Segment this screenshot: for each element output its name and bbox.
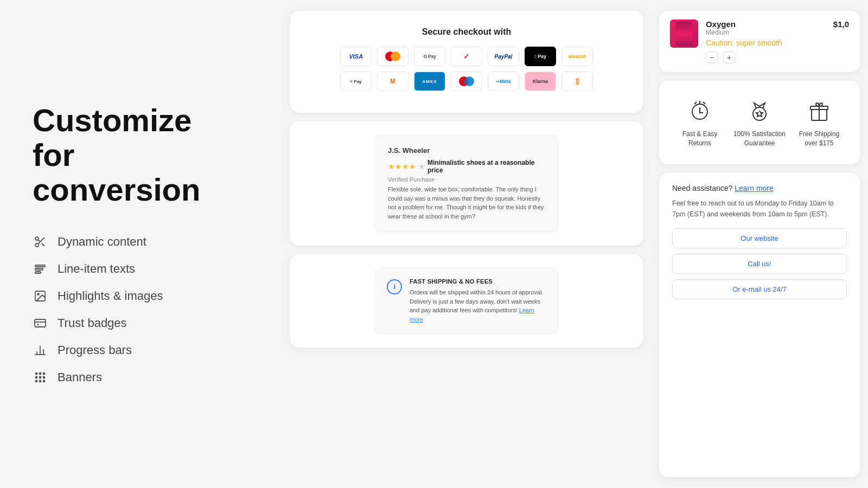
svg-rect-10	[35, 319, 46, 327]
svg-line-4	[38, 240, 40, 242]
trust-badge-satisfaction: 100% SatisfactionGuarantee	[730, 97, 789, 148]
amazon-icon-box: amazon	[561, 47, 593, 66]
wv-logo: ✓	[463, 52, 470, 61]
visa-logo: VISA	[349, 53, 363, 60]
product-variant: Medium	[706, 29, 826, 36]
support-learn-more-link[interactable]: Learn more	[735, 184, 774, 192]
payment-title: Secure checkout with	[422, 27, 512, 37]
support-card: Need assistance? Learn more Feel free to…	[659, 173, 860, 477]
feature-item-highlights: Highlights & images	[33, 288, 250, 304]
banner-icon: ℹ	[387, 279, 402, 294]
support-body: Feel free to reach out to us Monday to F…	[672, 198, 847, 220]
product-name: Oxygen	[706, 20, 826, 29]
svg-point-1	[35, 243, 39, 247]
svg-point-19	[43, 373, 45, 374]
svg-point-0	[35, 237, 39, 240]
text-lines-icon	[33, 261, 48, 277]
bar-chart-icon	[33, 343, 48, 358]
meta-logo: ∞Meta	[496, 79, 511, 84]
payment-row-2: ≡ Pay M AMEX ∞Meta Klarna ₿	[340, 72, 593, 91]
maestro-logo	[459, 76, 474, 86]
btc-logo: ₿	[576, 77, 579, 86]
timer-icon	[686, 97, 713, 124]
samsungpay-icon-box: ≡ Pay	[340, 72, 372, 91]
right-panel: Oxygen Medium Caution: super smooth − + …	[651, 0, 868, 488]
feature-item-dynamic: Dynamic content	[33, 234, 250, 249]
product-thumbnail	[670, 20, 698, 48]
payment-row-1: VISA G Pay ✓ PayPal  Pay amazon	[340, 47, 593, 66]
feature-item-trust: Trust badges	[33, 316, 250, 331]
svg-line-27	[694, 102, 697, 104]
feature-list: Dynamic content Line-item texts Highli	[33, 234, 250, 385]
review-inner: J.S. Wheeler ★★★★★ Minimalistic shoes at…	[374, 135, 559, 232]
middle-panel: Secure checkout with VISA G Pay ✓ PayPal…	[282, 0, 651, 488]
svg-point-17	[36, 373, 37, 374]
call-us-button[interactable]: Call us!	[672, 254, 847, 274]
product-info: Oxygen Medium Caution: super smooth − +	[706, 20, 826, 63]
klarna-logo: Klarna	[525, 72, 556, 91]
feature-label-banners: Banners	[58, 370, 102, 384]
product-card: Oxygen Medium Caution: super smooth − + …	[659, 11, 860, 72]
svg-point-18	[40, 373, 41, 374]
monero-icon-box: M	[377, 72, 409, 91]
qty-minus-button[interactable]: −	[706, 52, 718, 63]
review-verified: Verified Purchase	[388, 176, 545, 183]
amex-icon-box: AMEX	[414, 72, 445, 91]
svg-point-30	[753, 107, 766, 120]
trust-badges-card: Fast & EasyReturns 100% SatisfactionGuar…	[659, 81, 860, 164]
svg-line-3	[41, 243, 44, 246]
support-title: Need assistance? Learn more	[672, 184, 847, 192]
wv-icon-box: ✓	[451, 47, 482, 66]
mc-logo	[385, 52, 400, 61]
svg-point-20	[36, 376, 37, 378]
gpay-icon-box: G Pay	[414, 47, 445, 66]
payment-card: Secure checkout with VISA G Pay ✓ PayPal…	[290, 11, 643, 113]
badge-label-shipping: Free Shippingover $175	[799, 130, 840, 148]
mastercard-icon-box	[377, 47, 409, 66]
meta-icon-box: ∞Meta	[488, 72, 519, 91]
banner-inner: ℹ FAST SHIPPING & NO FEES Orders will be…	[374, 268, 559, 334]
feature-item-banners: Banners	[33, 370, 250, 385]
banner-body: Orders will be shipped within 24 hours o…	[410, 288, 546, 324]
product-highlight: Caution: super smooth	[706, 38, 826, 47]
qty-plus-button[interactable]: +	[723, 52, 735, 63]
feature-item-lineitem: Line-item texts	[33, 261, 250, 277]
info-icon: ℹ	[393, 283, 396, 291]
paypal-icon-box: PayPal	[488, 47, 519, 66]
reviewer-name: J.S. Wheeler	[388, 146, 545, 155]
feature-label-dynamic: Dynamic content	[58, 235, 146, 249]
svg-rect-5	[35, 265, 45, 267]
banner-title: FAST SHIPPING & NO FEES	[410, 278, 546, 285]
review-body: Flexible sole, wide toe box, comfortable…	[388, 185, 545, 221]
svg-point-24	[40, 380, 41, 382]
left-panel: Customize for conversion Dynamic content	[0, 0, 282, 488]
gift-icon	[806, 97, 833, 124]
feature-label-highlights: Highlights & images	[58, 289, 163, 303]
svg-point-9	[37, 293, 39, 295]
feature-item-progress: Progress bars	[33, 343, 250, 358]
svg-point-23	[36, 380, 37, 382]
monero-logo: M	[390, 78, 395, 85]
svg-rect-6	[35, 268, 43, 270]
feature-label-lineitem: Line-item texts	[58, 262, 135, 276]
title-line1: Customize	[33, 102, 192, 138]
review-stars: ★★★★★ Minimalistic shoes at a reasonable…	[388, 159, 545, 174]
scissors-icon	[33, 234, 48, 249]
banner-card: ℹ FAST SHIPPING & NO FEES Orders will be…	[290, 254, 643, 348]
our-website-button[interactable]: Our website	[672, 228, 847, 248]
support-buttons: Our website Call us! Or e-mail us 24/7	[672, 228, 847, 299]
badge-label-returns: Fast & EasyReturns	[682, 130, 718, 148]
svg-rect-7	[35, 272, 41, 273]
credit-card-icon	[33, 316, 48, 331]
amex-logo: AMEX	[414, 72, 445, 91]
main-title: Customize for conversion	[33, 103, 250, 207]
grid-dots-icon	[33, 370, 48, 385]
email-us-button[interactable]: Or e-mail us 24/7	[672, 279, 847, 299]
svg-line-28	[703, 102, 705, 104]
medal-icon	[746, 97, 773, 124]
image-frame-icon	[33, 288, 48, 304]
title-line2: for conversion	[33, 137, 200, 207]
product-price: $1,0	[833, 20, 849, 29]
review-title: Minimalistic shoes at a reasonable price	[427, 159, 545, 174]
badge-label-satisfaction: 100% SatisfactionGuarantee	[733, 130, 786, 148]
